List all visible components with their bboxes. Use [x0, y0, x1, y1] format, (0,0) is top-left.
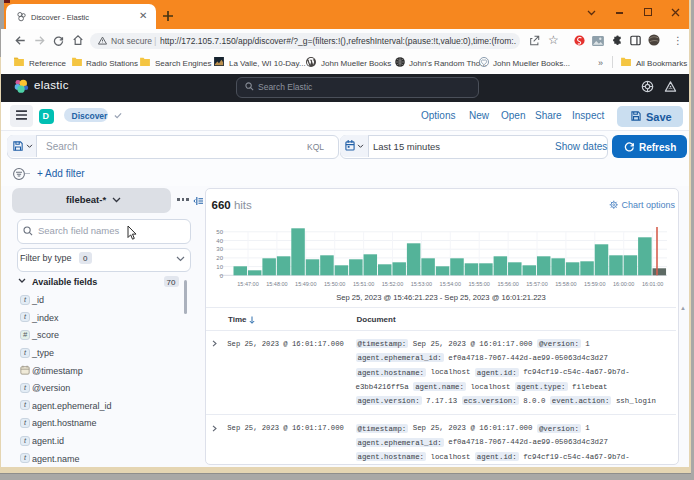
svg-text:15:52:00: 15:52:00: [382, 281, 403, 287]
svg-text:15:57:00: 15:57:00: [526, 281, 547, 287]
svg-text:16:01:00: 16:01:00: [642, 281, 663, 287]
svg-text:15:59:00: 15:59:00: [584, 281, 605, 287]
svg-text:20: 20: [216, 255, 223, 261]
svg-text:15:51:00: 15:51:00: [353, 281, 374, 287]
svg-text:15:55:00: 15:55:00: [468, 281, 489, 287]
svg-text:16:00:00: 16:00:00: [613, 281, 634, 287]
svg-text:15:48:00: 15:48:00: [266, 281, 287, 287]
svg-text:15:58:00: 15:58:00: [555, 281, 576, 287]
svg-text:15:50:00: 15:50:00: [324, 281, 345, 287]
svg-text:30: 30: [216, 246, 223, 252]
svg-text:15:49:00: 15:49:00: [295, 281, 316, 287]
svg-text:15:53:00: 15:53:00: [411, 281, 432, 287]
svg-text:15:54:00: 15:54:00: [440, 281, 461, 287]
svg-text:10: 10: [216, 264, 223, 270]
svg-text:15:47:00: 15:47:00: [237, 281, 258, 287]
svg-text:50: 50: [216, 229, 223, 235]
svg-text:40: 40: [216, 238, 223, 244]
svg-text:15:56:00: 15:56:00: [497, 281, 518, 287]
